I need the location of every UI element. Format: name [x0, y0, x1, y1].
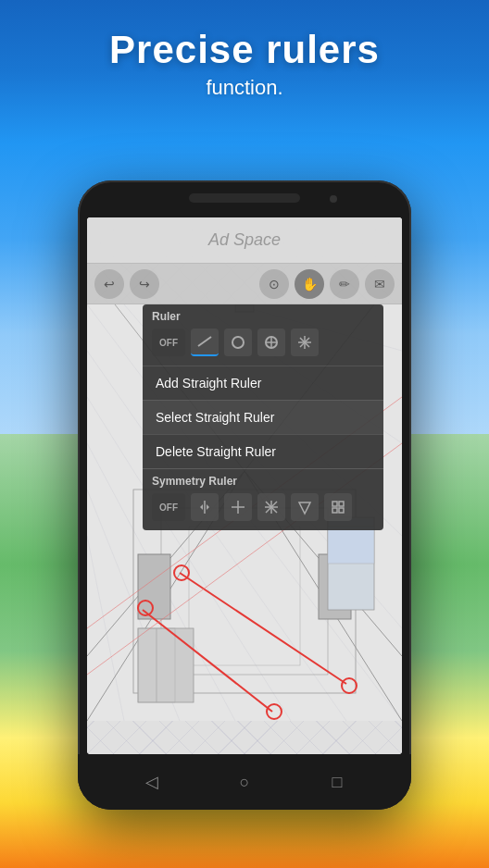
- svg-rect-22: [138, 628, 194, 702]
- sym-radial-btn[interactable]: [257, 493, 285, 521]
- svg-rect-54: [332, 502, 337, 506]
- ruler-section-title: Ruler: [152, 310, 374, 323]
- select-straight-ruler-item[interactable]: Select Straight Ruler: [143, 400, 383, 434]
- ruler-section: Ruler OFF: [143, 304, 383, 366]
- pencil-button[interactable]: ✏: [330, 269, 359, 299]
- phone-frame: Ad Space ↩ ↪ ⊙ ✋ ✏ ✉ Ruler OFF: [78, 180, 411, 810]
- page-subtitle: function.: [0, 76, 489, 100]
- straight-ruler-icon-btn[interactable]: [191, 329, 219, 356]
- nav-recent-button[interactable]: □: [320, 765, 354, 799]
- symmetry-icon-row: OFF: [152, 493, 374, 527]
- phone-screen: Ad Space ↩ ↪ ⊙ ✋ ✏ ✉ Ruler OFF: [87, 217, 402, 754]
- sym-fan-btn[interactable]: [291, 493, 319, 521]
- svg-marker-46: [200, 504, 203, 510]
- ruler-icon-row: OFF: [152, 329, 374, 362]
- ruler-off-button[interactable]: OFF: [152, 329, 185, 356]
- svg-rect-20: [138, 554, 170, 619]
- symmetry-section: Symmetry Ruler OFF: [143, 468, 383, 530]
- header: Precise rulers function.: [0, 28, 489, 100]
- svg-line-36: [198, 337, 211, 346]
- svg-point-37: [232, 337, 244, 348]
- nav-back-button[interactable]: ◁: [135, 765, 169, 799]
- screen-content: Ad Space ↩ ↪ ⊙ ✋ ✏ ✉ Ruler OFF: [87, 217, 402, 754]
- svg-rect-26: [328, 527, 374, 564]
- delete-straight-ruler-item[interactable]: Delete Straight Ruler: [143, 434, 383, 468]
- add-straight-ruler-item[interactable]: Add Straight Ruler: [143, 366, 383, 400]
- circle-ruler-icon-btn[interactable]: [224, 329, 252, 356]
- nav-home-button[interactable]: ○: [228, 765, 261, 799]
- ellipse-ruler-icon-btn[interactable]: [257, 329, 285, 356]
- page-title: Precise rulers: [0, 28, 489, 72]
- phone-nav: ◁ ○ □: [78, 754, 411, 810]
- ad-space-bar: Ad Space: [87, 217, 402, 264]
- svg-rect-57: [339, 508, 344, 513]
- undo-button[interactable]: ↩: [94, 269, 124, 299]
- symmetry-off-button[interactable]: OFF: [152, 493, 185, 521]
- symmetry-section-title: Symmetry Ruler: [152, 475, 374, 488]
- star-ruler-icon-btn[interactable]: [291, 329, 319, 356]
- sym-cross-btn[interactable]: [224, 493, 252, 521]
- svg-marker-47: [207, 504, 209, 510]
- phone-top-bar: [189, 193, 300, 203]
- hand-button[interactable]: ✋: [295, 269, 324, 299]
- svg-rect-56: [332, 508, 337, 513]
- redo-button[interactable]: ↪: [130, 269, 159, 299]
- phone-camera: [330, 195, 337, 203]
- ruler-dropdown-menu: Ruler OFF: [143, 304, 383, 530]
- sym-grid-btn[interactable]: [324, 493, 352, 521]
- save-button[interactable]: ✉: [365, 269, 395, 299]
- svg-rect-55: [339, 502, 344, 506]
- toolbar: ↩ ↪ ⊙ ✋ ✏ ✉: [87, 264, 402, 304]
- tool1-button[interactable]: ⊙: [259, 269, 289, 299]
- ad-space-label: Ad Space: [208, 230, 281, 250]
- sym-mirror-btn[interactable]: [191, 493, 219, 521]
